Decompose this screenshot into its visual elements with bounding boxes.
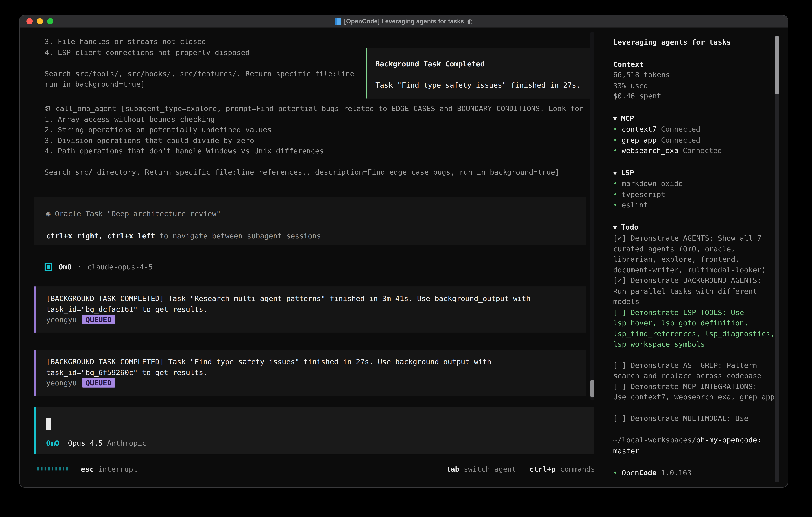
scrollback-line: 3. File handles or streams not closed bbox=[45, 36, 354, 47]
context-tokens: 66,518 tokens bbox=[613, 70, 775, 80]
commands-hint: ctrl+p commands bbox=[529, 464, 595, 474]
green-dot-icon: • bbox=[613, 125, 617, 133]
window-title-text: [OpenCode] Leveraging agents for tasks bbox=[344, 16, 464, 28]
oracle-task-title: ◉ Oracle Task "Deep architecture review" bbox=[46, 208, 586, 219]
window-titlebar[interactable]: [OpenCode] Leveraging agents for tasks ◐ bbox=[20, 16, 788, 28]
sidebar-scrollbar-thumb[interactable] bbox=[775, 36, 779, 94]
context-heading: Context bbox=[613, 59, 775, 70]
mcp-item: •websearch_exa Connected bbox=[613, 145, 775, 156]
todo-item-pending: [ ] Demonstrate AST-GREP: Pattern search… bbox=[613, 360, 775, 381]
task-message-block: [BACKGROUND TASK COMPLETED] Task "Resear… bbox=[34, 287, 586, 332]
status-bar: esc interrupt tab switch agent ctrl+p co… bbox=[37, 464, 595, 474]
mcp-item: •context7 Connected bbox=[613, 124, 775, 134]
task-message-line: [BACKGROUND TASK COMPLETED] Task "Find t… bbox=[46, 356, 586, 367]
context-used: 33% used bbox=[613, 80, 775, 90]
task-message-line: task_id="bg_dcfac161" to get results. bbox=[46, 304, 586, 315]
interrupt-hint: esc interrupt bbox=[81, 464, 138, 474]
green-dot-icon: • bbox=[613, 146, 617, 154]
text-cursor bbox=[46, 418, 51, 430]
lsp-item: •eslint bbox=[613, 199, 775, 210]
sidebar: Leveraging agents for tasks Context 66,5… bbox=[613, 37, 775, 478]
mcp-section-header[interactable]: ▼MCP bbox=[613, 113, 775, 124]
tool-call-item: 1. Array access without bounds checking bbox=[45, 114, 584, 124]
agent-name: OmO bbox=[59, 262, 72, 272]
fisheye-icon: ◉ bbox=[46, 209, 51, 218]
todo-item-done: [✓] Demonstrate AGENTS: Show all 7 curat… bbox=[613, 233, 775, 275]
context-spent: $0.46 spent bbox=[613, 91, 775, 101]
green-dot-icon: • bbox=[613, 179, 617, 188]
main-scrollbar-thumb[interactable] bbox=[590, 380, 594, 398]
tool-call-block: ⚙ call_omo_agent [subagent_type=explore,… bbox=[45, 103, 584, 178]
green-dot-icon: • bbox=[613, 200, 617, 209]
half-circle-icon: ◐ bbox=[467, 16, 472, 28]
task-message-line: [BACKGROUND TASK COMPLETED] Task "Resear… bbox=[46, 293, 586, 304]
task-author: yeongyu bbox=[46, 315, 77, 325]
active-model-label: Opus 4.5 bbox=[59, 439, 107, 447]
background-task-notification: Background Task Completed Task "Find typ… bbox=[366, 48, 592, 98]
triangle-down-icon: ▼ bbox=[613, 167, 617, 178]
separator-dot: · bbox=[77, 262, 82, 272]
git-branch: master bbox=[613, 446, 639, 455]
lsp-section-header[interactable]: ▼LSP bbox=[613, 167, 775, 178]
lsp-item: •markdown-oxide bbox=[613, 178, 775, 189]
switch-agent-hint: tab switch agent bbox=[446, 464, 516, 474]
lsp-item: •typescript bbox=[613, 189, 775, 199]
task-message-block: [BACKGROUND TASK COMPLETED] Task "Find t… bbox=[34, 350, 586, 396]
todo-item-active: [ ] Demonstrate LSP TOOLS: Use lsp_hover… bbox=[613, 307, 775, 350]
prompt-input[interactable]: OmO Opus 4.5 Anthropic bbox=[34, 407, 594, 455]
app-window: [OpenCode] Leveraging agents for tasks ◐… bbox=[19, 15, 788, 488]
triangle-down-icon: ▼ bbox=[613, 113, 617, 124]
agent-session-header[interactable]: OmO · claude-opus-4-5 bbox=[45, 262, 153, 272]
session-title: Leveraging agents for tasks bbox=[613, 37, 775, 47]
queued-badge: QUEUED bbox=[82, 315, 115, 324]
spinner-dots-icon bbox=[37, 467, 68, 471]
oracle-task-hint: ctrl+x right, ctrl+x left to navigate be… bbox=[46, 230, 586, 241]
todo-item-pending: [ ] Demonstrate MCP INTEGRATIONS: Use co… bbox=[613, 381, 775, 402]
triangle-down-icon: ▼ bbox=[613, 222, 617, 233]
todo-section-header[interactable]: ▼Todo bbox=[613, 221, 775, 233]
tool-call-item: 3. Division operations that could divide… bbox=[45, 135, 584, 145]
screen: [OpenCode] Leveraging agents for tasks ◐… bbox=[0, 0, 812, 517]
todo-item-pending: [ ] Demonstrate MULTIMODAL: Use bbox=[613, 413, 775, 423]
tool-call-item: 2. String operations on potentially unde… bbox=[45, 124, 584, 135]
notification-body: Task "Find type safety issues" finished … bbox=[375, 80, 591, 90]
green-dot-icon: • bbox=[613, 136, 617, 144]
tool-call-item: 4. Path operations that don't handle Win… bbox=[45, 145, 584, 156]
agent-square-icon bbox=[45, 263, 52, 271]
todo-item-done: [✓] Demonstrate BACKGROUND AGENTS: Run p… bbox=[613, 275, 775, 307]
tool-call-closing: Search src/ directory. Return specific f… bbox=[45, 167, 584, 178]
scrollback-line: 4. LSP client connections not properly d… bbox=[45, 47, 354, 58]
queued-badge: QUEUED bbox=[82, 378, 115, 388]
scrollback-line bbox=[45, 58, 354, 68]
model-indicator-row[interactable]: OmO Opus 4.5 Anthropic bbox=[46, 438, 146, 448]
document-icon bbox=[335, 18, 341, 25]
active-agent-label: OmO bbox=[46, 439, 59, 447]
oracle-task-box: ◉ Oracle Task "Deep architecture review"… bbox=[34, 197, 586, 245]
tool-call-command-line: ⚙ call_omo_agent [subagent_type=explore,… bbox=[45, 103, 584, 114]
main-scrollbar-track[interactable] bbox=[590, 32, 594, 401]
model-provider-label: Anthropic bbox=[107, 439, 147, 447]
window-content: 3. File handles or streams not closed 4.… bbox=[20, 27, 788, 487]
terminal-scrollback: 3. File handles or streams not closed 4.… bbox=[45, 36, 354, 89]
workspace-path: ~/local-workspaces/oh-my-opencode:master bbox=[613, 435, 775, 456]
scrollback-line: Search src/tools/, src/hooks/, src/featu… bbox=[45, 68, 354, 79]
shortcut-keys: ctrl+x right, ctrl+x left bbox=[46, 231, 155, 240]
task-author: yeongyu bbox=[46, 378, 77, 388]
agent-model: claude-opus-4-5 bbox=[87, 262, 153, 272]
task-message-line: task_id="bg_6f59260c" to get results. bbox=[46, 367, 586, 378]
mcp-item: •grep_app Connected bbox=[613, 135, 775, 145]
gear-icon: ⚙ bbox=[45, 104, 51, 112]
scrollback-line: run_in_background=true] bbox=[45, 79, 354, 89]
sidebar-scrollbar-track[interactable] bbox=[775, 36, 779, 483]
tool-call-command: call_omo_agent [subagent_type=explore, p… bbox=[55, 104, 583, 112]
app-version: •OpenCode 1.0.163 bbox=[613, 467, 775, 478]
green-dot-icon: • bbox=[613, 190, 617, 198]
notification-title: Background Task Completed bbox=[375, 59, 591, 69]
window-title: [OpenCode] Leveraging agents for tasks ◐ bbox=[20, 16, 788, 28]
green-dot-icon: • bbox=[613, 468, 617, 477]
